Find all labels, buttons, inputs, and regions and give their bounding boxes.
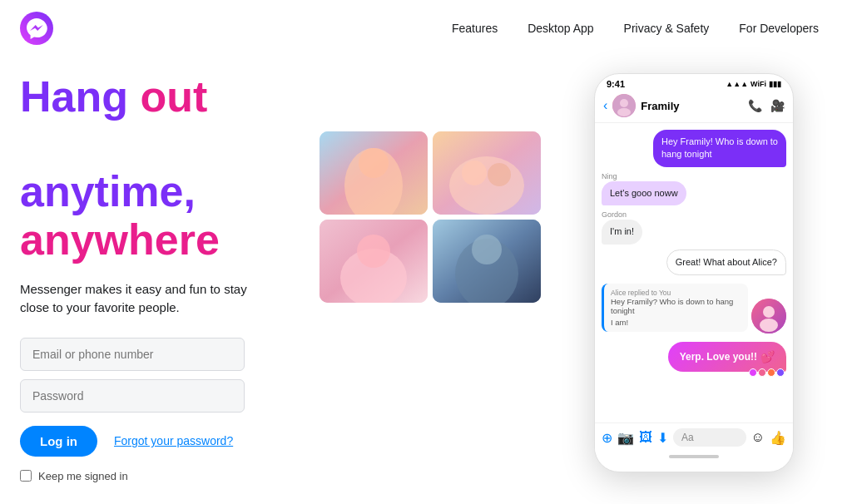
forgot-password-link[interactable]: Forgot your password? [114,434,233,447]
battery-icon: ▮▮▮ [769,80,781,88]
phone-bottom-bar: ⊕ 📷 🖼 ⬇ Aa ☺ 👍 [595,422,793,452]
chat-name: Framily [641,100,743,112]
video-thumbnails [320,131,541,303]
svg-point-13 [472,235,502,264]
message-input[interactable]: Aa [673,428,746,447]
hearts-icon: 💕 [760,350,775,363]
form-actions: Log in Forgot your password? [20,426,303,457]
photo-icon[interactable]: 🖼 [639,430,652,445]
status-time: 9:41 [607,79,625,89]
nav-privacy-safety[interactable]: Privacy & Safety [624,22,710,35]
header: Features Desktop App Privacy & Safety Fo… [0,0,852,57]
hero-title-anywhere: anywhere [20,215,220,264]
reactions-row [749,368,785,377]
thumbnail-4 [433,220,541,303]
reaction-1 [749,368,757,377]
message-bubble-sent-2: Great! What about Alice? [666,250,786,275]
message-row-1: Hey Framily! Who is down to hang tonight [602,130,786,167]
chat-header: ‹ Framily 📞 🎥 [595,91,793,123]
love-text: Yerp. Love you!! [680,351,757,363]
thumbnail-3 [320,220,428,303]
message-row-2: Ning Let's gooo noww [602,172,786,205]
phone-mockup: 9:41 ▲▲▲ WiFi ▮▮▮ ‹ Framily [594,73,794,472]
phone-call-icon[interactable]: 📞 [748,99,762,112]
hero-subtitle: Messenger makes it easy and fun to stay … [20,280,253,318]
chat-avatar [612,94,636,117]
camera-icon[interactable]: 📷 [617,430,634,446]
svg-point-3 [359,148,389,178]
reply-text: I am! [611,318,741,327]
email-input[interactable] [20,338,245,371]
keep-signed-label[interactable]: Keep me signed in [20,470,303,482]
svg-point-19 [760,319,778,332]
thumbnail-1 [320,131,428,215]
logo[interactable] [20,12,53,45]
reaction-3 [767,368,775,377]
keep-signed-text: Keep me signed in [38,470,128,482]
message-bubble-ning: Let's gooo noww [602,181,686,205]
reply-original-text: Hey Framily? Who is down to hang tonight [611,297,741,315]
back-button[interactable]: ‹ [603,98,607,113]
nav-features[interactable]: Features [452,22,498,35]
reply-preview: Alice replied to You Hey Framily? Who is… [602,284,748,332]
message-bubble-gordon: I'm in! [602,220,642,244]
hero-title-out: out [140,72,207,121]
login-form [20,338,303,413]
reply-label: Alice replied to You [611,289,741,297]
home-indicator [595,452,793,460]
hero-title-hang: Hang [20,72,128,121]
login-button[interactable]: Log in [20,426,97,457]
reaction-4 [776,368,785,377]
reaction-2 [758,368,766,377]
password-input[interactable] [20,379,245,413]
keep-signed-checkbox[interactable] [20,470,32,482]
message-sender-ning: Ning [602,172,617,180]
nav-for-developers[interactable]: For Developers [739,22,819,35]
svg-point-0 [20,12,53,45]
svg-point-7 [488,163,511,186]
main-nav: Features Desktop App Privacy & Safety Fo… [452,22,819,35]
message-row-3: Gordon I'm in! [602,210,786,244]
status-bar: 9:41 ▲▲▲ WiFi ▮▮▮ [595,74,793,91]
status-icons: ▲▲▲ WiFi ▮▮▮ [726,80,781,88]
main-content: Hang out anytime, anywhere Messenger mak… [0,65,852,482]
left-column: Hang out anytime, anywhere Messenger mak… [20,65,303,482]
message-row-love: Yerp. Love you!! 💕 [602,342,786,377]
hero-title-anytime: anytime, [20,167,196,215]
nav-desktop-app[interactable]: Desktop App [528,22,593,35]
svg-point-6 [462,161,487,185]
thumbs-up-icon[interactable]: 👍 [770,430,786,446]
message-bubble-sent-1: Hey Framily! Who is down to hang tonight [653,130,786,167]
video-call-icon[interactable]: 🎥 [770,99,785,112]
svg-point-16 [617,108,631,116]
message-bubble-love: Yerp. Love you!! 💕 [668,342,786,372]
wifi-icon: WiFi [750,80,766,88]
message-sender-gordon: Gordon [602,210,627,219]
right-column: 9:41 ▲▲▲ WiFi ▮▮▮ ‹ Framily [303,65,819,482]
svg-point-18 [763,306,775,318]
signal-icon: ▲▲▲ [726,80,748,88]
home-indicator-bar [669,455,719,458]
thumbnail-2 [433,131,541,215]
message-row-4: Great! What about Alice? [602,250,786,275]
alice-avatar [751,299,786,334]
svg-point-5 [449,156,524,215]
chat-header-icons: 📞 🎥 [748,99,785,112]
add-icon[interactable]: ⊕ [602,430,612,446]
emoji-icon[interactable]: ☺ [751,430,765,445]
messages-area: Hey Framily! Who is down to hang tonight… [595,123,793,422]
hero-title: Hang out anytime, anywhere [20,73,303,264]
mic-icon[interactable]: ⬇ [657,430,668,446]
svg-point-15 [620,99,628,107]
svg-point-10 [357,235,390,268]
